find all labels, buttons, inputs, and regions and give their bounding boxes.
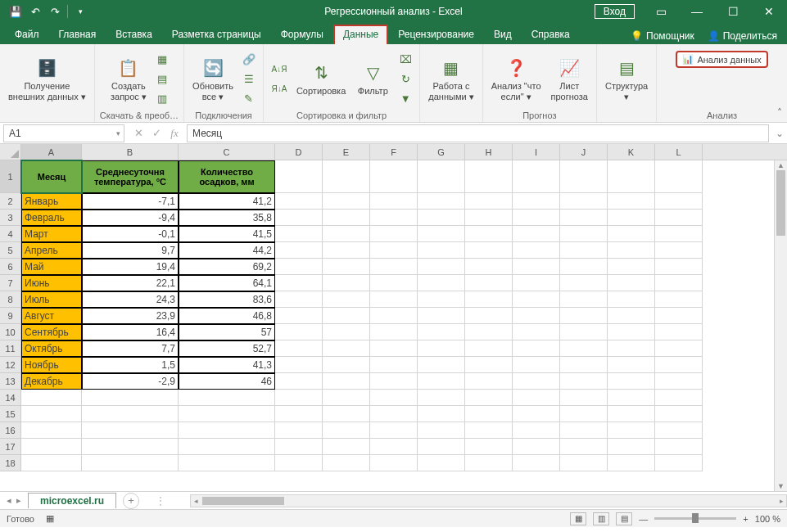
cell[interactable] — [655, 308, 703, 324]
tab-data[interactable]: Данные — [333, 25, 388, 44]
row-header-17[interactable]: 17 — [0, 439, 21, 455]
properties-icon[interactable]: ☰ — [240, 70, 258, 88]
temperature-cell[interactable]: 9,7 — [82, 242, 179, 259]
row-header-9[interactable]: 9 — [0, 308, 21, 324]
recent-sources-icon[interactable]: ▥ — [153, 90, 171, 108]
row-header-3[interactable]: 3 — [0, 210, 21, 226]
cell[interactable] — [655, 275, 703, 291]
cell[interactable] — [560, 308, 608, 324]
precipitation-cell[interactable]: 69,2 — [179, 259, 275, 275]
cell[interactable] — [465, 226, 513, 242]
cell[interactable] — [608, 340, 655, 357]
cell[interactable] — [418, 390, 465, 406]
column-header-I[interactable]: I — [513, 144, 560, 160]
cell[interactable] — [560, 357, 608, 373]
cell[interactable] — [513, 193, 560, 210]
cell[interactable] — [513, 439, 560, 455]
row-header-5[interactable]: 5 — [0, 242, 21, 259]
cell[interactable] — [323, 422, 370, 439]
clear-filter-icon[interactable]: ⌧ — [396, 51, 414, 69]
vertical-scrollbar[interactable]: ▲ ▼ — [774, 160, 787, 491]
page-break-view-button[interactable]: ▤ — [616, 512, 632, 525]
cell[interactable] — [655, 324, 703, 340]
cell[interactable] — [275, 193, 323, 210]
outline-button[interactable]: ▤ Структура ▾ — [602, 55, 651, 102]
cell[interactable] — [323, 324, 370, 340]
cell[interactable] — [418, 422, 465, 439]
column-header-K[interactable]: K — [608, 144, 655, 160]
cell[interactable] — [560, 373, 608, 390]
row-header-11[interactable]: 11 — [0, 340, 21, 357]
cell[interactable] — [655, 242, 703, 259]
cell[interactable] — [275, 308, 323, 324]
cell[interactable] — [560, 340, 608, 357]
cell[interactable] — [465, 324, 513, 340]
cell[interactable] — [513, 422, 560, 439]
cell[interactable] — [608, 160, 655, 193]
cell[interactable] — [323, 308, 370, 324]
cell[interactable] — [370, 324, 418, 340]
cell[interactable] — [323, 193, 370, 210]
cell[interactable] — [655, 259, 703, 275]
month-cell[interactable]: Июнь — [21, 275, 82, 291]
cell[interactable] — [179, 455, 275, 471]
cell[interactable] — [465, 373, 513, 390]
cell[interactable] — [179, 390, 275, 406]
scroll-down-icon[interactable]: ▼ — [775, 481, 787, 491]
cell[interactable] — [560, 275, 608, 291]
what-if-button[interactable]: ❓ Анализ "что если" ▾ — [488, 55, 545, 102]
cell[interactable] — [655, 373, 703, 390]
cell[interactable] — [323, 259, 370, 275]
month-cell[interactable]: Март — [21, 226, 82, 242]
row-header-1[interactable]: 1 — [0, 160, 21, 193]
refresh-all-button[interactable]: 🔄 Обновить все ▾ — [189, 55, 237, 102]
data-tools-button[interactable]: ▦ Работа с данными ▾ — [425, 55, 477, 102]
sheet-prev-icon[interactable]: ◂ — [5, 495, 13, 506]
cell[interactable] — [513, 324, 560, 340]
month-cell[interactable]: Октябрь — [21, 340, 82, 357]
precipitation-cell[interactable]: 46 — [179, 373, 275, 390]
cell[interactable] — [513, 226, 560, 242]
cell[interactable] — [21, 390, 82, 406]
cell[interactable] — [323, 373, 370, 390]
precipitation-cell[interactable]: 41,5 — [179, 226, 275, 242]
forecast-sheet-button[interactable]: 📈 Лист прогноза — [548, 55, 591, 102]
cell[interactable] — [21, 422, 82, 439]
cell[interactable] — [275, 357, 323, 373]
cell[interactable] — [465, 242, 513, 259]
cell[interactable] — [655, 193, 703, 210]
cell[interactable] — [275, 210, 323, 226]
precipitation-cell[interactable]: 46,8 — [179, 308, 275, 324]
sheet-tab[interactable]: microexcel.ru — [28, 493, 116, 508]
undo-icon[interactable]: ↶ — [26, 2, 44, 20]
precipitation-cell[interactable]: 44,2 — [179, 242, 275, 259]
cell[interactable] — [465, 439, 513, 455]
cell[interactable] — [513, 455, 560, 471]
cell[interactable] — [275, 160, 323, 193]
month-cell[interactable]: Сентябрь — [21, 324, 82, 340]
cell[interactable] — [465, 210, 513, 226]
cell[interactable] — [370, 210, 418, 226]
cell[interactable] — [370, 308, 418, 324]
cell[interactable] — [370, 455, 418, 471]
cell[interactable] — [418, 340, 465, 357]
zoom-slider[interactable] — [654, 517, 736, 520]
cell[interactable] — [513, 210, 560, 226]
temperature-cell[interactable]: 7,7 — [82, 340, 179, 357]
cell[interactable] — [655, 291, 703, 308]
row-header-12[interactable]: 12 — [0, 357, 21, 373]
row-header-14[interactable]: 14 — [0, 390, 21, 406]
cell[interactable] — [465, 357, 513, 373]
tab-home[interactable]: Главная — [49, 25, 106, 44]
scroll-thumb[interactable] — [776, 170, 785, 236]
cell[interactable] — [323, 275, 370, 291]
cells-area[interactable]: МесяцСреднесуточня температура, °СКоличе… — [21, 160, 703, 471]
cell[interactable] — [82, 390, 179, 406]
cell[interactable] — [275, 439, 323, 455]
temperature-cell[interactable]: 16,4 — [82, 324, 179, 340]
precipitation-cell[interactable]: 64,1 — [179, 275, 275, 291]
normal-view-button[interactable]: ▦ — [570, 512, 586, 525]
cell[interactable] — [560, 390, 608, 406]
cell[interactable] — [513, 242, 560, 259]
header-cell[interactable]: Месяц — [21, 160, 82, 193]
